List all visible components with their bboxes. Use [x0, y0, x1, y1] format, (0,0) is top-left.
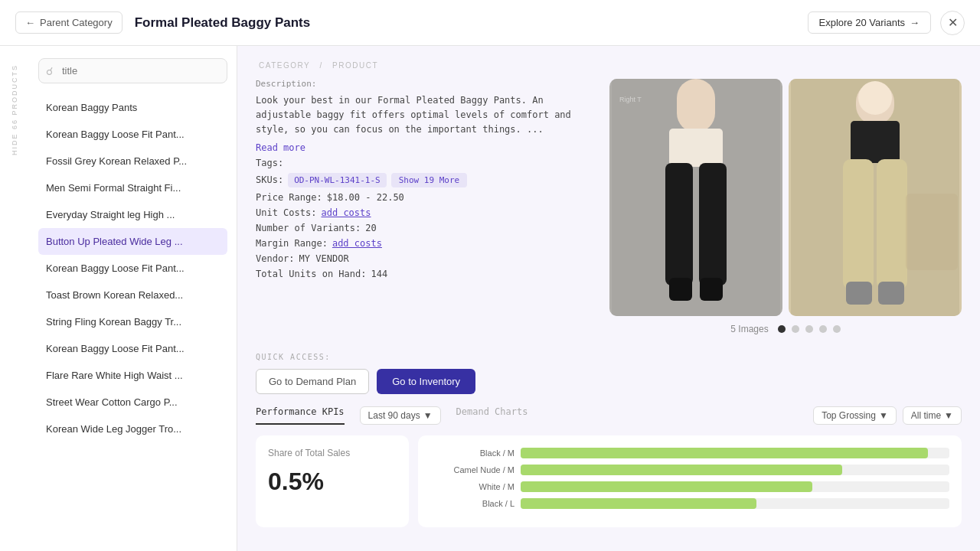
arrow-left-icon: ←: [25, 17, 35, 28]
breadcrumb-category: CATEGORY: [259, 61, 310, 70]
product-image-2[interactable]: [789, 79, 962, 316]
price-range-row: Price Range: $18.00 - 22.50: [256, 192, 591, 203]
units-row: Total Units on Hand: 144: [256, 269, 591, 279]
sidebar-rotate-col: HIDE 66 PRODUCTS: [0, 46, 29, 551]
margin-range-row: Margin Range: add costs: [256, 238, 591, 249]
close-icon: ✕: [948, 15, 958, 30]
svg-rect-13: [877, 159, 907, 289]
close-button[interactable]: ✕: [940, 11, 965, 35]
list-item[interactable]: Korean Wide Leg Jogger Tro...: [38, 416, 227, 442]
svg-rect-16: [906, 194, 958, 270]
list-item[interactable]: String Fling Korean Baggy Tr...: [38, 308, 227, 335]
search-icon: ☌: [46, 65, 53, 77]
image-dot-1[interactable]: [778, 325, 786, 333]
tags-label: Tags:: [256, 158, 283, 168]
parent-category-label: Parent Category: [40, 17, 113, 28]
list-item[interactable]: Men Semi Formal Straight Fi...: [38, 174, 227, 201]
list-item[interactable]: Street Wear Cotton Cargo P...: [38, 389, 227, 416]
variants-label: Number of Variants:: [256, 223, 361, 233]
tab-demand[interactable]: Demand Charts: [456, 406, 528, 425]
main-layout: HIDE 66 PRODUCTS ☌ Korean Baggy PantsKor…: [0, 46, 980, 551]
quick-access-label: QUICK ACCESS:: [256, 353, 962, 361]
bar-label: Black / L: [430, 499, 514, 508]
parent-category-button[interactable]: ← Parent Category: [15, 11, 122, 34]
svg-text:Right T: Right T: [619, 96, 642, 103]
image-dot-4[interactable]: [819, 325, 827, 333]
vendor-row: Vendor: MY VENDOR: [256, 253, 591, 264]
list-item[interactable]: Fossil Grey Korean Relaxed P...: [38, 148, 227, 174]
top-grossing-button[interactable]: Top Grossing ▼: [813, 406, 897, 425]
product-detail: Description: Look your best in our Forma…: [256, 79, 962, 334]
all-time-button[interactable]: All time ▼: [903, 406, 962, 425]
svg-rect-15: [878, 282, 904, 305]
svg-rect-12: [843, 159, 874, 289]
list-item[interactable]: Korean Baggy Loose Fit Pant...: [38, 121, 227, 148]
quick-access: QUICK ACCESS: Go to Demand Plan Go to In…: [256, 353, 962, 394]
breadcrumb-separator: /: [319, 61, 322, 70]
price-range-value: $18.00 - 22.50: [327, 192, 404, 203]
hide-products-label[interactable]: HIDE 66 PRODUCTS: [11, 64, 18, 155]
list-item[interactable]: Button Up Pleated Wide Leg ...: [38, 228, 227, 255]
show-more-button[interactable]: Show 19 More: [391, 173, 467, 187]
unit-costs-row: Unit Costs: add costs: [256, 207, 591, 218]
search-wrap: ☌: [38, 58, 227, 83]
top-bar-left: ← Parent Category Formal Pleated Baggy P…: [15, 11, 310, 34]
units-label: Total Units on Hand:: [256, 269, 367, 279]
bar-track: [521, 465, 949, 475]
filter-days-button[interactable]: Last 90 days ▼: [360, 406, 441, 425]
svg-rect-14: [846, 282, 872, 305]
margin-label: Margin Range:: [256, 238, 328, 249]
list-item[interactable]: Everyday Straight leg High ...: [38, 201, 227, 228]
top-bar-right: Explore 20 Variants → ✕: [808, 11, 965, 35]
share-value: 0.5%: [268, 468, 397, 496]
add-costs-link[interactable]: add costs: [321, 207, 371, 218]
content-area: CATEGORY / PRODUCT Description: Look you…: [237, 46, 980, 551]
quick-access-buttons: Go to Demand Plan Go to Inventory: [256, 369, 962, 394]
image-dot-2[interactable]: [792, 325, 799, 333]
list-item[interactable]: Korean Baggy Loose Fit Pant...: [38, 255, 227, 282]
images-count: 5 Images: [730, 324, 768, 334]
performance-header: Performance KPIs Last 90 days ▼ Demand C…: [256, 406, 962, 425]
chevron-down-icon: ▼: [423, 410, 433, 421]
bar-label: White / M: [430, 482, 514, 491]
inventory-button[interactable]: Go to Inventory: [377, 369, 475, 394]
description-text: Look your best in our Formal Pleated Bag…: [256, 93, 591, 138]
tags-row: Tags:: [256, 158, 591, 168]
list-item[interactable]: Korean Baggy Pants: [38, 94, 227, 121]
unit-costs-label: Unit Costs:: [256, 207, 316, 218]
bar-row: Black / M: [430, 448, 949, 458]
filter-days-label: Last 90 days: [368, 410, 420, 421]
image-dots: 5 Images: [609, 324, 962, 334]
svg-rect-11: [851, 121, 900, 163]
image-dot-5[interactable]: [833, 325, 841, 333]
bar-track: [521, 498, 949, 509]
sidebar-inner: HIDE 66 PRODUCTS ☌ Korean Baggy PantsKor…: [0, 46, 237, 551]
explore-variants-button[interactable]: Explore 20 Variants →: [808, 11, 932, 34]
bar-fill: [521, 448, 928, 458]
performance-tabs: Performance KPIs Last 90 days ▼ Demand C…: [256, 406, 528, 425]
tab-kpis[interactable]: Performance KPIs: [256, 406, 345, 425]
chevron-down-icon-3: ▼: [944, 410, 953, 421]
share-label: Share of Total Sales: [268, 448, 397, 458]
product-info: Description: Look your best in our Forma…: [256, 79, 591, 334]
top-grossing-label: Top Grossing: [822, 410, 876, 421]
units-count: 144: [371, 269, 388, 279]
list-item[interactable]: Flare Rare White High Waist ...: [38, 362, 227, 389]
list-item[interactable]: Toast Brown Korean Relaxed...: [38, 282, 227, 308]
breadcrumb: CATEGORY / PRODUCT: [256, 61, 962, 70]
explore-label: Explore 20 Variants: [819, 17, 906, 28]
list-item[interactable]: Korean Baggy Loose Fit Pant...: [38, 335, 227, 362]
variants-row: Number of Variants: 20: [256, 223, 591, 233]
read-more-link[interactable]: Read more: [256, 142, 591, 153]
svg-rect-3: [665, 163, 693, 285]
bar-row: White / M: [430, 481, 949, 492]
product-image-1[interactable]: Right T: [609, 79, 782, 316]
demand-plan-button[interactable]: Go to Demand Plan: [256, 369, 369, 394]
bar-label: Black / M: [430, 448, 514, 458]
bar-fill: [521, 465, 842, 475]
svg-rect-2: [669, 129, 723, 167]
search-input[interactable]: [38, 58, 227, 83]
add-margin-costs-link[interactable]: add costs: [332, 238, 382, 249]
image-dot-3[interactable]: [805, 325, 813, 333]
bar-label: Camel Nude / M: [430, 465, 514, 474]
